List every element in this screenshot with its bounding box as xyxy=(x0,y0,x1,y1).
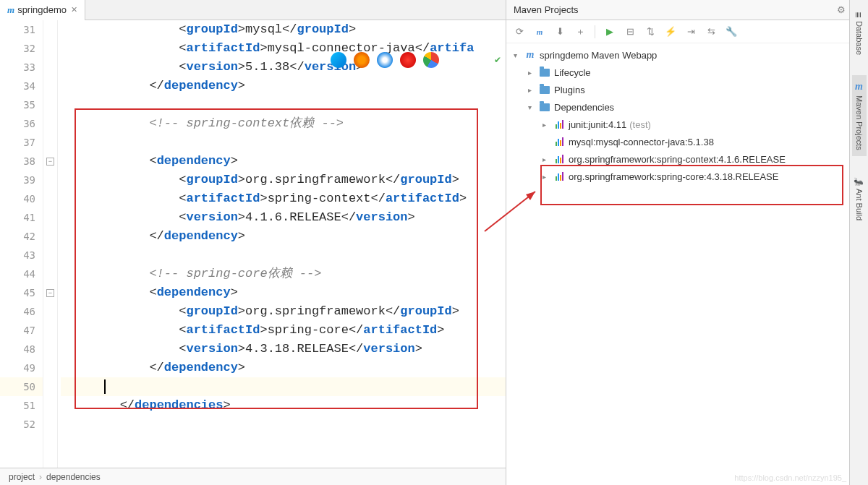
chevron-right-icon[interactable]: ▸ xyxy=(542,173,553,181)
code-line[interactable]: <groupId>mysql</groupId> xyxy=(61,20,506,39)
code-line[interactable]: </dependency> xyxy=(61,227,506,246)
tree-dep-spring-core[interactable]: ▸ org.springframework:spring-core:4.3.18… xyxy=(506,168,868,185)
code-line[interactable] xyxy=(61,95,506,114)
show-dependencies-icon[interactable]: ⇆ xyxy=(705,26,717,38)
edge-icon xyxy=(331,52,346,68)
code-line[interactable]: <version>4.1.6.RELEASE</version> xyxy=(61,208,506,227)
code-line[interactable]: <!-- spring-context依赖 --> xyxy=(61,114,506,133)
fold-column: − − xyxy=(43,20,58,468)
crumb-dependencies[interactable]: dependencies xyxy=(46,472,101,482)
line-number: 42 xyxy=(0,227,43,246)
line-number: 44 xyxy=(0,265,43,283)
firefox-icon xyxy=(354,52,370,68)
line-number: 49 xyxy=(0,359,43,377)
line-number: 31 xyxy=(0,20,43,39)
line-number: 32 xyxy=(0,39,43,58)
line-number: 35 xyxy=(0,95,43,114)
safari-icon xyxy=(377,52,393,68)
toggle-offline-icon[interactable]: ⇅ xyxy=(644,26,656,38)
chevron-right-icon[interactable]: ▸ xyxy=(542,121,553,129)
code-line[interactable]: <dependency> xyxy=(61,283,506,302)
line-number: 52 xyxy=(0,415,43,434)
code-line[interactable]: </dependencies> xyxy=(61,396,506,415)
editor-body[interactable]: 3132333435363738394041424344454647484950… xyxy=(0,20,506,468)
maven-toolbar: ⟳ m ⬇ ＋ ▶ ⊟ ⇅ ⚡ ⇥ ⇆ 🔧 xyxy=(506,20,868,43)
tree-plugins[interactable]: ▸ Plugins xyxy=(506,81,868,98)
line-number: 50 xyxy=(0,377,43,396)
right-sidebar: ≣ Database m Maven Projects 🐜 Ant Build xyxy=(849,0,868,485)
tree-dependencies[interactable]: ▾ Dependencies xyxy=(506,98,868,116)
breadcrumb[interactable]: project › dependencies xyxy=(0,468,506,485)
crumb-project[interactable]: project xyxy=(9,472,35,482)
separator xyxy=(595,25,595,38)
line-number: 37 xyxy=(0,133,43,152)
tree-dep-mysql[interactable]: mysql:mysql-connector-java:5.1.38 xyxy=(506,133,868,150)
tree-root[interactable]: ▾ m springdemo Maven Webapp xyxy=(506,46,868,64)
code-line[interactable]: <dependency> xyxy=(61,152,506,171)
code-line[interactable] xyxy=(61,246,506,265)
chevron-right-icon[interactable]: ▸ xyxy=(528,69,538,77)
execute-goal-icon[interactable]: ⊟ xyxy=(624,26,636,38)
code-line[interactable] xyxy=(61,377,506,396)
sidebar-tab-database[interactable]: ≣ Database xyxy=(851,6,867,61)
line-number: 46 xyxy=(0,302,43,321)
line-number: 39 xyxy=(0,171,43,189)
code-line[interactable]: </dependency> xyxy=(61,359,506,377)
fold-minus-icon[interactable]: − xyxy=(46,289,54,297)
line-number: 51 xyxy=(0,396,43,415)
chevron-right-icon[interactable]: ▸ xyxy=(542,155,553,163)
editor-pane: m springdemo ✕ 3132333435363738394041424… xyxy=(0,0,506,485)
opera-icon xyxy=(400,52,416,68)
line-number: 48 xyxy=(0,340,43,359)
library-icon xyxy=(556,120,563,129)
close-icon[interactable]: ✕ xyxy=(71,5,77,14)
code-line[interactable]: <artifactId>spring-context</artifactId> xyxy=(61,189,506,208)
folder-icon xyxy=(540,103,550,111)
gear-icon[interactable]: ⚙ xyxy=(837,4,846,15)
editor-tab-springdemo[interactable]: m springdemo ✕ xyxy=(0,0,85,20)
chevron-down-icon[interactable]: ▾ xyxy=(514,51,524,59)
code-line[interactable]: <!-- spring-core依赖 --> xyxy=(61,265,506,283)
chrome-icon xyxy=(423,52,439,68)
line-number: 33 xyxy=(0,58,43,77)
fold-minus-icon[interactable]: − xyxy=(46,158,54,166)
maven-m-icon: m xyxy=(7,4,14,16)
chevron-right-icon: › xyxy=(39,472,42,482)
line-number: 36 xyxy=(0,114,43,133)
tree-lifecycle[interactable]: ▸ Lifecycle xyxy=(506,64,868,81)
download-icon[interactable]: ⬇ xyxy=(554,26,566,38)
inspection-ok-icon: ✔ xyxy=(494,55,501,61)
refresh-icon[interactable]: ⟳ xyxy=(514,26,525,38)
line-number: 45 xyxy=(0,283,43,302)
settings-icon[interactable]: 🔧 xyxy=(726,26,737,38)
line-number: 38 xyxy=(0,152,43,171)
watermark: https://blog.csdn.net/nzzyn195_ xyxy=(734,473,846,482)
collapse-all-icon[interactable]: ⇥ xyxy=(685,26,697,38)
run-icon[interactable]: ▶ xyxy=(604,26,616,38)
line-number: 43 xyxy=(0,246,43,265)
editor-tab-bar: m springdemo ✕ xyxy=(0,0,506,20)
code-line[interactable]: <artifactId>spring-core</artifactId> xyxy=(61,321,506,340)
line-number: 40 xyxy=(0,189,43,208)
chevron-right-icon[interactable]: ▸ xyxy=(528,86,538,94)
code-line[interactable]: <groupId>org.springframework</groupId> xyxy=(61,302,506,321)
tree-dep-spring-context[interactable]: ▸ org.springframework:spring-context:4.1… xyxy=(506,150,868,168)
sidebar-tab-maven[interactable]: m Maven Projects xyxy=(852,75,867,156)
text-cursor xyxy=(104,379,106,394)
maven-tree[interactable]: ▾ m springdemo Maven Webapp ▸ Lifecycle … xyxy=(506,43,868,485)
generate-sources-icon[interactable]: m xyxy=(534,26,545,38)
add-icon[interactable]: ＋ xyxy=(574,26,586,38)
code-line[interactable]: <groupId>org.springframework</groupId> xyxy=(61,171,506,189)
code-line[interactable]: </dependency> xyxy=(61,77,506,95)
maven-projects-panel: Maven Projects ⚙ — ⟳ m ⬇ ＋ ▶ ⊟ ⇅ ⚡ ⇥ ⇆ 🔧… xyxy=(506,0,868,485)
code-line[interactable] xyxy=(61,415,506,434)
chevron-down-icon[interactable]: ▾ xyxy=(528,103,538,111)
tree-dep-junit[interactable]: ▸ junit:junit:4.11 (test) xyxy=(506,116,868,133)
folder-icon xyxy=(540,69,550,77)
code-line[interactable] xyxy=(61,133,506,152)
code-line[interactable]: <version>4.3.18.RELEASE</version> xyxy=(61,340,506,359)
line-number-gutter: 3132333435363738394041424344454647484950… xyxy=(0,20,43,468)
skip-tests-icon[interactable]: ⚡ xyxy=(665,26,676,38)
sidebar-tab-ant[interactable]: 🐜 Ant Build xyxy=(851,171,867,226)
code-area[interactable]: <groupId>mysql</groupId> <artifactId>mys… xyxy=(58,20,506,468)
